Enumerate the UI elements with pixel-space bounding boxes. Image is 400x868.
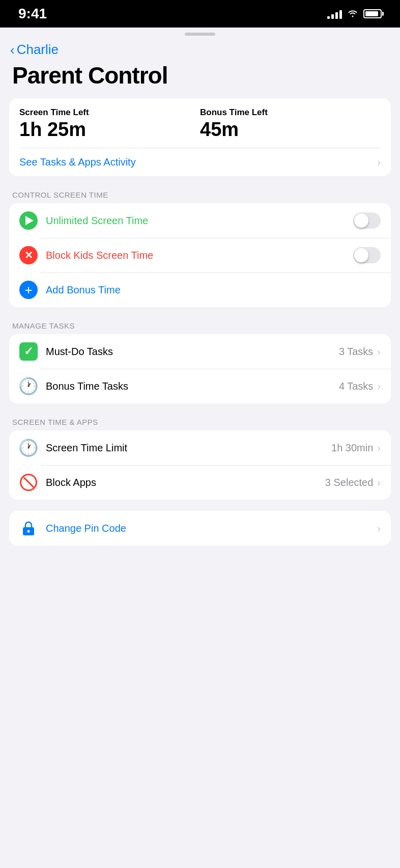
screen-time-limit-label: Screen Time Limit bbox=[46, 442, 331, 454]
change-pin-label: Change Pin Code bbox=[46, 523, 377, 534]
drag-handle bbox=[0, 28, 400, 38]
svg-point-1 bbox=[27, 530, 30, 533]
bonus-time-value: 45m bbox=[200, 119, 381, 141]
screen-time-label: Screen Time Left bbox=[19, 107, 200, 118]
status-time: 9:41 bbox=[18, 6, 47, 22]
block-kids-row[interactable]: ✕ Block Kids Screen Time bbox=[9, 238, 391, 273]
bonus-time-tasks-label: Bonus Time Tasks bbox=[46, 381, 339, 392]
screen-time-limit-value: 1h 30min bbox=[331, 442, 373, 454]
x-icon: ✕ bbox=[24, 250, 33, 260]
chevron-right-icon: › bbox=[377, 156, 381, 168]
unlimited-label: Unlimited Screen Time bbox=[46, 215, 353, 227]
bonus-time-task-icon: 🕐 bbox=[19, 377, 38, 395]
wifi-icon bbox=[347, 8, 358, 20]
time-summary-card: Screen Time Left 1h 25m Bonus Time Left … bbox=[9, 98, 391, 176]
change-pin-chevron-icon: › bbox=[377, 523, 381, 534]
back-navigation[interactable]: ‹ Charlie bbox=[0, 38, 400, 60]
control-screen-time-header: CONTROL SCREEN TIME bbox=[0, 187, 400, 203]
unlimited-screen-time-row[interactable]: Unlimited Screen Time bbox=[9, 203, 391, 238]
screen-time-col: Screen Time Left 1h 25m bbox=[19, 107, 200, 141]
block-apps-row[interactable]: Block Apps 3 Selected › bbox=[9, 465, 391, 500]
must-do-icon: ✓ bbox=[19, 342, 38, 361]
block-kids-toggle[interactable] bbox=[353, 247, 381, 263]
manage-tasks-header: MANAGE TASKS bbox=[0, 318, 400, 334]
status-bar: 9:41 bbox=[0, 0, 400, 28]
must-do-chevron-icon: › bbox=[377, 346, 381, 358]
lock-icon bbox=[19, 519, 38, 537]
block-apps-label: Block Apps bbox=[46, 477, 325, 489]
screen-time-limit-icon: 🕐 bbox=[19, 439, 38, 457]
signal-strength-icon bbox=[327, 9, 342, 19]
change-pin-row[interactable]: Change Pin Code › bbox=[9, 511, 391, 546]
bonus-time-col: Bonus Time Left 45m bbox=[200, 107, 381, 141]
bonus-time-label: Bonus Time Left bbox=[200, 107, 381, 118]
screen: ‹ Charlie Parent Control Screen Time Lef… bbox=[0, 28, 400, 868]
block-apps-chevron-icon: › bbox=[377, 477, 381, 489]
screen-time-value: 1h 25m bbox=[19, 119, 200, 141]
screen-time-apps-card: 🕐 Screen Time Limit 1h 30min › Block App… bbox=[9, 430, 391, 500]
block-apps-value: 3 Selected bbox=[325, 477, 374, 489]
bonus-time-tasks-row[interactable]: 🕐 Bonus Time Tasks 4 Tasks › bbox=[9, 369, 391, 403]
back-chevron-icon: ‹ bbox=[10, 43, 15, 57]
manage-tasks-card: ✓ Must-Do Tasks 3 Tasks › 🕐 Bonus Time T… bbox=[9, 334, 391, 403]
unlimited-toggle[interactable] bbox=[353, 212, 381, 229]
bonus-time-tasks-chevron-icon: › bbox=[377, 381, 381, 392]
phone-shell: 9:41 bbox=[0, 0, 400, 868]
block-kids-icon: ✕ bbox=[19, 246, 38, 264]
screen-time-limit-chevron-icon: › bbox=[377, 442, 381, 454]
must-do-tasks-row[interactable]: ✓ Must-Do Tasks 3 Tasks › bbox=[9, 334, 391, 369]
battery-icon bbox=[363, 9, 382, 18]
add-bonus-icon: + bbox=[19, 281, 38, 299]
unlimited-icon bbox=[19, 211, 38, 230]
back-label: Charlie bbox=[17, 42, 59, 58]
screen-time-apps-header: SCREEN TIME & APPS bbox=[0, 415, 400, 430]
must-do-label: Must-Do Tasks bbox=[46, 346, 339, 358]
plus-icon: + bbox=[24, 283, 32, 296]
must-do-value: 3 Tasks bbox=[339, 346, 373, 358]
add-bonus-time-row[interactable]: + Add Bonus Time bbox=[9, 273, 391, 307]
add-bonus-label: Add Bonus Time bbox=[46, 284, 381, 296]
status-icons bbox=[327, 8, 382, 20]
page-title: Parent Control bbox=[0, 60, 400, 98]
screen-time-limit-row[interactable]: 🕐 Screen Time Limit 1h 30min › bbox=[9, 430, 391, 465]
see-tasks-label: See Tasks & Apps Activity bbox=[19, 156, 136, 168]
change-pin-card: Change Pin Code › bbox=[9, 511, 391, 546]
time-row: Screen Time Left 1h 25m Bonus Time Left … bbox=[19, 107, 381, 141]
control-screen-time-card: Unlimited Screen Time ✕ Block Kids Scree… bbox=[9, 203, 391, 307]
block-kids-label: Block Kids Screen Time bbox=[46, 250, 353, 261]
block-apps-icon bbox=[19, 473, 38, 492]
see-tasks-row[interactable]: See Tasks & Apps Activity › bbox=[9, 148, 391, 176]
bonus-time-tasks-value: 4 Tasks bbox=[339, 381, 373, 392]
